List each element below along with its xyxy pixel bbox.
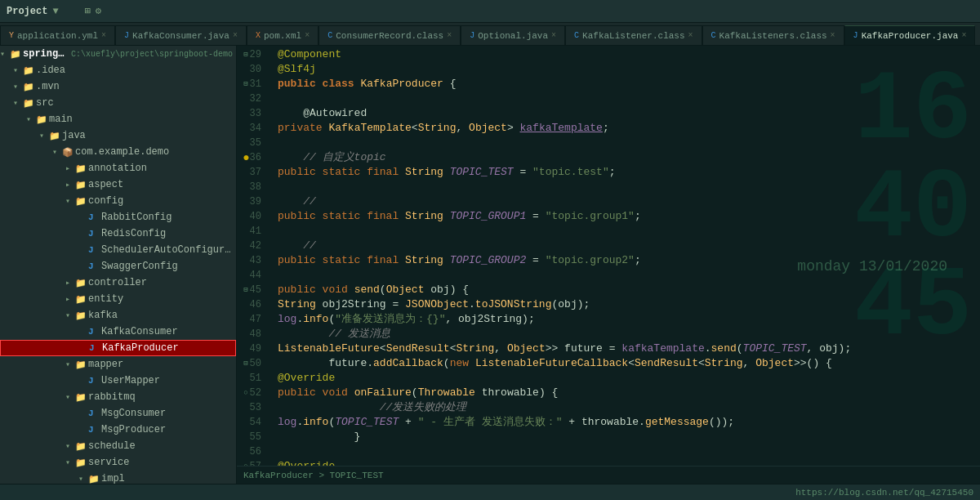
tree-item-22[interactable]: JMsgConsumer — [0, 405, 236, 422]
code-content[interactable]: @Component@Slf4jpublic class KafkaProduc… — [271, 46, 980, 466]
code-line-51: @Override — [278, 371, 973, 386]
line-num-text-56: 56 — [250, 444, 261, 459]
tab-consumer_record[interactable]: CConsumerRecord.class× — [318, 25, 461, 45]
line-numbers: ⊟2930⊟3132333435●363738394041424344⊟4546… — [237, 46, 271, 466]
line-num-text-45: 45 — [250, 283, 261, 297]
title-bar-left: Project ▼ ⊞ ⚙ — [7, 5, 101, 17]
toolbar-icon-2[interactable]: ⚙ — [96, 5, 101, 17]
line-num-text-54: 54 — [250, 415, 261, 430]
tree-icon-3: 📁 — [23, 98, 36, 109]
tab-pom_xml[interactable]: Xpom.xml× — [247, 25, 318, 45]
line-num-text-50: 50 — [250, 356, 261, 371]
line-num-31: ⊟31 — [237, 77, 266, 92]
tree-label-25: service — [88, 457, 129, 468]
tab-close-pom_xml[interactable]: × — [305, 31, 310, 40]
line-num-text-49: 49 — [250, 342, 261, 356]
tree-icon-4: 📁 — [36, 114, 49, 125]
tree-item-11[interactable]: JRedisConfig — [0, 225, 236, 242]
tab-close-kafka_producer[interactable]: × — [961, 31, 966, 40]
line-num-53: 53 — [237, 400, 266, 415]
tree-item-1[interactable]: ▾📁.idea — [0, 62, 236, 78]
line-num-text-31: 31 — [250, 77, 261, 92]
tab-close-application_yml[interactable]: × — [101, 31, 106, 40]
code-line-39: // — [278, 194, 973, 209]
tab-kafka_consumer[interactable]: JKafkaConsumer.java× — [115, 25, 247, 45]
line-num-45: ⊟45 — [237, 283, 266, 297]
tree-label-14: controller — [88, 277, 147, 288]
tree-arrow-4: ▾ — [26, 114, 36, 124]
tree-item-2[interactable]: ▾📁.mvn — [0, 78, 236, 95]
code-line-31: public class KafkaProducer { — [278, 77, 973, 92]
tab-kafka_listener[interactable]: CKafkaListener.class× — [565, 25, 702, 45]
line-num-56: 56 — [237, 444, 266, 459]
tree-item-16[interactable]: ▾📁kafka — [0, 307, 236, 324]
tree-item-19[interactable]: ▾📁mapper — [0, 356, 236, 373]
tab-optional_java[interactable]: JOptional.java× — [461, 25, 565, 45]
tree-item-7[interactable]: ▸📁annotation — [0, 160, 236, 176]
tree-label-10: RabbitConfig — [101, 212, 172, 223]
tree-item-14[interactable]: ▸📁controller — [0, 275, 236, 291]
tree-item-10[interactable]: JRabbitConfig — [0, 209, 236, 225]
line-num-54: 54 — [237, 415, 266, 430]
tree-icon-25: 📁 — [75, 458, 88, 468]
tree-item-3[interactable]: ▾📁src — [0, 95, 236, 111]
tab-close-kafka_listener[interactable]: × — [688, 31, 693, 40]
tree-item-4[interactable]: ▾📁main — [0, 111, 236, 127]
tab-close-kafka_listeners[interactable]: × — [831, 31, 835, 40]
tree-item-21[interactable]: ▾📁rabbitmq — [0, 389, 236, 405]
tree-item-24[interactable]: ▾📁schedule — [0, 438, 236, 454]
tree-label-2: .mvn — [36, 81, 60, 92]
tree-item-20[interactable]: JUserMapper — [0, 373, 236, 389]
line-num-48: 48 — [237, 327, 266, 342]
tree-label-22: MsgConsumer — [101, 408, 166, 419]
line-num-text-48: 48 — [250, 327, 261, 342]
tab-label-kafka_consumer: KafkaConsumer.java — [132, 31, 229, 41]
tree-icon-8: 📁 — [75, 180, 88, 190]
tree-item-13[interactable]: JSwaggerConfig — [0, 258, 236, 275]
line-num-37: 37 — [237, 165, 266, 180]
sidebar: ▾📁springboot-demoC:\xuefly\project\sprin… — [0, 46, 237, 484]
code-line-56 — [278, 444, 973, 459]
tree-item-9[interactable]: ▾📁config — [0, 193, 236, 209]
tree-item-23[interactable]: JMsgProducer — [0, 422, 236, 438]
code-area: 164045 monday 13/01/2020 ⊟2930⊟313233343… — [237, 46, 980, 466]
tree-item-12[interactable]: JSchedulerAutoConfiguration — [0, 242, 236, 258]
tree-label-11: RedisConfig — [101, 228, 166, 239]
line-num-43: 43 — [237, 253, 266, 268]
tree-item-15[interactable]: ▸📁entity — [0, 291, 236, 307]
tree-arrow-21: ▾ — [65, 392, 75, 402]
gutter-icon-31: ⊟ — [243, 77, 247, 92]
code-line-34: private KafkaTemplate<String, Object> ka… — [278, 121, 973, 136]
tree-item-25[interactable]: ▾📁service — [0, 454, 236, 471]
tree-icon-24: 📁 — [75, 441, 88, 452]
tree-item-6[interactable]: ▾📦com.example.demo — [0, 144, 236, 160]
line-num-text-42: 42 — [250, 239, 261, 253]
project-dropdown-icon[interactable]: ▼ — [52, 6, 58, 17]
tab-close-optional_java[interactable]: × — [551, 31, 556, 40]
tab-close-kafka_consumer[interactable]: × — [233, 31, 238, 40]
tree-item-8[interactable]: ▸📁aspect — [0, 176, 236, 193]
tab-icon-kafka_listeners: C — [711, 31, 716, 40]
tab-application_yml[interactable]: Yapplication.yml× — [0, 25, 115, 45]
toolbar-icon-1[interactable]: ⊞ — [85, 5, 91, 17]
tree-item-17[interactable]: JKafkaConsumer — [0, 324, 236, 340]
line-num-38: 38 — [237, 180, 266, 194]
tab-close-consumer_record[interactable]: × — [447, 31, 452, 40]
line-num-text-32: 32 — [250, 92, 261, 106]
tree-item-26[interactable]: ▾📁impl — [0, 471, 236, 484]
tree-label-6: com.example.demo — [75, 146, 169, 158]
tree-icon-23: J — [88, 425, 101, 435]
tree-label-19: mapper — [88, 359, 123, 370]
tree-item-5[interactable]: ▾📁java — [0, 127, 236, 144]
line-num-text-44: 44 — [250, 268, 261, 283]
tab-icon-optional_java: J — [470, 31, 474, 40]
tree-item-18[interactable]: JKafkaProducer — [0, 340, 236, 356]
tree-item-0[interactable]: ▾📁springboot-demoC:\xuefly\project\sprin… — [0, 46, 236, 62]
tab-kafka_listeners[interactable]: CKafkaListeners.class× — [702, 25, 844, 45]
code-line-29: @Component — [278, 47, 973, 62]
code-line-36: // 自定义topic — [278, 150, 973, 165]
project-label[interactable]: Project — [7, 6, 47, 17]
tab-kafka_producer[interactable]: JKafkaProducer.java× — [844, 25, 976, 45]
tree-icon-16: 📁 — [75, 310, 88, 321]
tab-icon-consumer_record: C — [327, 31, 332, 40]
